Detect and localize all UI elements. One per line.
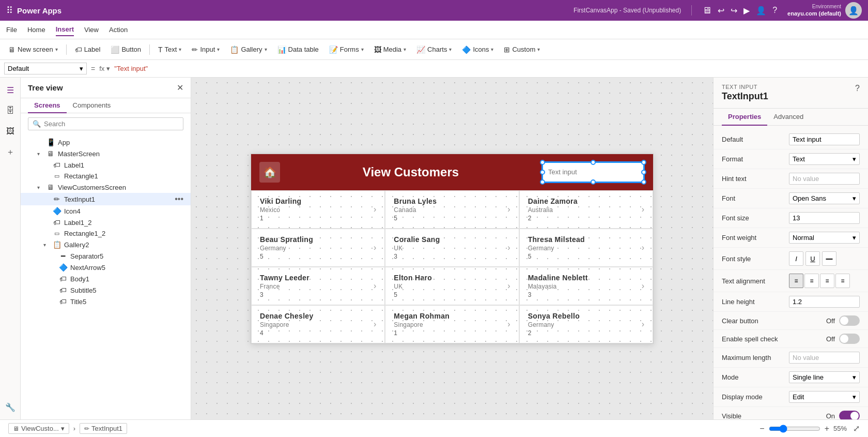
gallery-item-3[interactable]: Beau Spratling Germany 5 ›	[251, 229, 385, 267]
prop-display-mode-select[interactable]: Edit▾	[789, 391, 860, 403]
tree-panel-close-button[interactable]: ✕	[177, 83, 183, 93]
tree-item-subtitle5[interactable]: 🏷 Subtitle5	[21, 284, 191, 296]
prop-max-length-input[interactable]: No value	[789, 352, 860, 364]
tree-tab-screens[interactable]: Screens	[28, 98, 67, 113]
gallery-item-4[interactable]: Coralie Sang UK 3 ›	[385, 229, 519, 267]
tree-item-title5[interactable]: 🏷 Title5	[21, 296, 191, 307]
formula-dropdown[interactable]: Default ▾	[4, 63, 87, 74]
tree-item-label1[interactable]: 🏷 Label1	[21, 159, 191, 171]
media-sidebar-icon-btn[interactable]: 🖼	[2, 123, 19, 140]
prop-line-height-input[interactable]	[789, 296, 860, 308]
align-right-btn[interactable]: ≡	[820, 274, 834, 288]
gallery-item-9[interactable]: Denae Chesley Singapore 4 ›	[251, 305, 385, 343]
props-tab-advanced[interactable]: Advanced	[767, 109, 810, 126]
gallery-item-5[interactable]: Thresa Milstead Germany 5 ›	[519, 229, 653, 267]
tree-item-masterscreen[interactable]: ▾ 🖥 MasterScreen	[21, 148, 191, 159]
data-source-icon-btn[interactable]: 🗄	[2, 102, 19, 119]
tree-tab-components[interactable]: Components	[67, 98, 117, 113]
prop-mode-select[interactable]: Single line▾	[789, 371, 860, 383]
variables-icon-btn[interactable]: 🔧	[2, 399, 19, 415]
gallery-item-7[interactable]: Elton Haro UK 5 ›	[385, 267, 519, 305]
gallery-item-11[interactable]: Sonya Rebello Germany 2 ›	[519, 305, 653, 343]
user-icon[interactable]: 👤	[756, 6, 766, 16]
app-home-icon[interactable]: 🏠	[259, 162, 280, 183]
zoom-out-btn[interactable]: −	[760, 424, 764, 433]
prop-font-select[interactable]: Open Sans▾	[789, 192, 860, 204]
menu-insert[interactable]: Insert	[56, 23, 74, 36]
formula-input[interactable]	[114, 65, 864, 72]
gallery-item-10[interactable]: Megan Rohman Singapore 1 ›	[385, 305, 519, 343]
tree-item-nextarrow5[interactable]: 🔷 NextArrow5	[21, 262, 191, 273]
tree-item-icon4[interactable]: 🔷 Icon4	[21, 205, 191, 217]
menu-home[interactable]: Home	[27, 24, 45, 36]
tree-item-gallery2[interactable]: ▾ 📋 Gallery2	[21, 239, 191, 250]
fit-screen-btn[interactable]: ⤢	[853, 424, 860, 433]
gallery-item-6[interactable]: Tawny Leeder France 3 ›	[251, 267, 385, 305]
align-justify-btn[interactable]: ≡	[835, 274, 850, 288]
prop-format-select[interactable]: Text▾	[789, 153, 860, 165]
button-button[interactable]: ⬜ Button	[106, 43, 145, 56]
zoom-in-btn[interactable]: +	[825, 424, 829, 433]
prop-font-weight-select[interactable]: Normal▾	[789, 232, 860, 244]
tree-view-icon-btn[interactable]: ☰	[2, 82, 19, 98]
gallery-item-0[interactable]: Viki Darling Mexico 1 ›	[251, 190, 385, 229]
redo-icon[interactable]: ↪	[731, 6, 737, 16]
menu-action[interactable]: Action	[109, 24, 128, 36]
visible-toggle-switch[interactable]	[839, 411, 860, 419]
tree-item-body1[interactable]: 🏷 Body1	[21, 273, 191, 284]
prop-line-height: Line height	[714, 292, 868, 312]
icons-button[interactable]: 🔷 Icons ▾	[458, 43, 498, 56]
input-button[interactable]: ✏ Input ▾	[188, 43, 224, 56]
menu-file[interactable]: File	[6, 24, 17, 36]
tree-item-viewcustomersscreen[interactable]: ▾ 🖥 ViewCustomersScreen	[21, 182, 191, 193]
menu-view[interactable]: View	[84, 24, 99, 36]
custom-button[interactable]: ⊞ Custom ▾	[500, 43, 544, 56]
separator5-label: Separator5	[70, 252, 183, 260]
gallery-item-1[interactable]: Bruna Lyles Canada 5 ›	[385, 190, 519, 229]
font-strikethrough-btn[interactable]: —	[822, 251, 836, 266]
help-icon[interactable]: ?	[772, 6, 777, 15]
element-breadcrumb[interactable]: ✏ TextInput1	[80, 423, 127, 434]
align-center-btn[interactable]: ≡	[804, 274, 819, 288]
charts-button[interactable]: 📈 Charts ▾	[412, 43, 456, 56]
gallery-button[interactable]: 📋 Gallery ▾	[226, 43, 271, 56]
grid-icon[interactable]: ⠿	[6, 5, 13, 16]
textinput1-more-button[interactable]: •••	[175, 194, 183, 204]
align-left-btn[interactable]: ≡	[789, 274, 803, 288]
tree-item-rectangle1-2[interactable]: ▭ Rectangle1_2	[21, 228, 191, 239]
props-tab-properties[interactable]: Properties	[722, 109, 767, 126]
tree-item-rectangle1[interactable]: ▭ Rectangle1	[21, 171, 191, 182]
gallery-item-2[interactable]: Daine Zamora Australia 2 ›	[519, 190, 653, 229]
user-avatar[interactable]: 👤	[845, 2, 862, 19]
search-input-field[interactable]	[548, 168, 638, 176]
data-table-button[interactable]: 📊 Data table	[273, 43, 323, 56]
font-underline-btn[interactable]: U	[805, 251, 820, 266]
props-help-icon[interactable]: ?	[855, 84, 860, 93]
monitor-icon[interactable]: 🖥	[702, 5, 711, 16]
new-screen-button[interactable]: 🖥 New screen ▾	[4, 43, 62, 56]
tree-item-separator5[interactable]: ━ Separator5	[21, 250, 191, 262]
tree-item-textinput1[interactable]: ✏ TextInput1 •••	[21, 193, 191, 205]
tree-item-app[interactable]: 📱 App	[21, 137, 191, 148]
gallery-item-8[interactable]: Madaline Neblett Malayasia 3 ›	[519, 267, 653, 305]
prop-spell-check: Enable spell check Off	[714, 330, 868, 348]
add-icon-btn[interactable]: ＋	[2, 144, 19, 160]
text-button[interactable]: T Text ▾	[154, 43, 185, 56]
clear-button-toggle-switch[interactable]	[839, 315, 860, 326]
label-button[interactable]: 🏷 Label	[71, 43, 105, 56]
formula-fx-button[interactable]: fx ▾	[99, 65, 110, 72]
tree-item-label1-2[interactable]: 🏷 Label1_2	[21, 217, 191, 228]
font-italic-btn[interactable]: I	[789, 251, 803, 266]
media-button[interactable]: 🖼 Media ▾	[370, 43, 410, 56]
search-text-input[interactable]	[541, 161, 645, 183]
screen-breadcrumb[interactable]: 🖥 ViewCusto... ▾	[8, 423, 69, 434]
forms-button[interactable]: 📝 Forms ▾	[325, 43, 368, 56]
play-icon[interactable]: ▶	[743, 6, 750, 16]
zoom-slider[interactable]	[769, 425, 820, 433]
undo-icon[interactable]: ↩	[718, 6, 724, 16]
prop-default-input[interactable]	[789, 133, 860, 145]
prop-hint-input[interactable]: No value	[789, 173, 860, 185]
prop-font-size-input[interactable]	[789, 212, 860, 224]
tree-search-input[interactable]	[44, 120, 179, 128]
spell-check-toggle-switch[interactable]	[839, 334, 860, 344]
